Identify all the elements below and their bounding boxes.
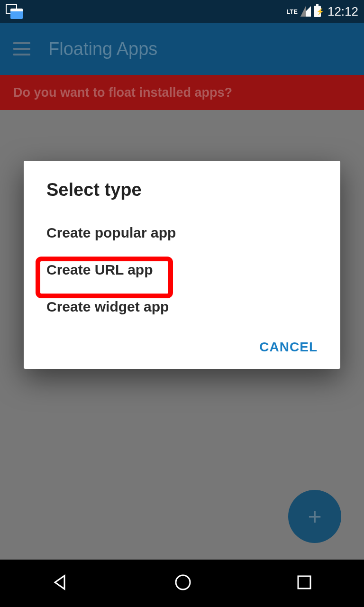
navigation-bar xyxy=(0,560,364,607)
svg-point-0 xyxy=(176,575,190,589)
option-create-url-app[interactable]: Create URL app xyxy=(24,251,340,288)
back-button[interactable] xyxy=(52,574,69,593)
select-type-dialog: Select type Create popular app Create UR… xyxy=(24,161,340,369)
home-button[interactable] xyxy=(174,573,192,593)
option-create-popular-app[interactable]: Create popular app xyxy=(24,214,340,251)
option-create-widget-app[interactable]: Create widget app xyxy=(24,288,340,325)
svg-rect-1 xyxy=(298,576,310,589)
dialog-title: Select type xyxy=(24,180,340,214)
recent-apps-button[interactable] xyxy=(297,575,312,592)
cancel-button[interactable]: CANCEL xyxy=(259,340,318,355)
dialog-actions: CANCEL xyxy=(24,325,340,359)
